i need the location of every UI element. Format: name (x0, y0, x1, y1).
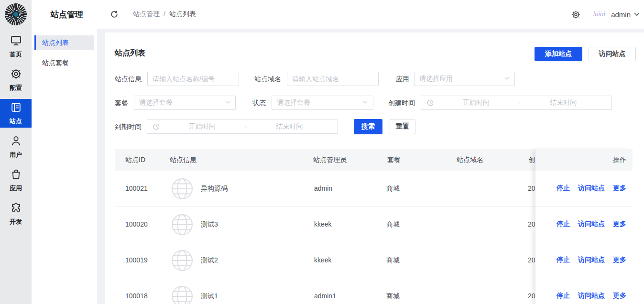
col-operation: 操作 (535, 149, 633, 171)
app-title: 站点管理 (51, 9, 83, 20)
row-actions: 停止 访问站点 更多 (535, 242, 633, 278)
created-end-placeholder[interactable]: 结束时间 (521, 98, 606, 107)
cell-created-clipped: 20 (528, 278, 535, 304)
globe-icon (171, 178, 193, 200)
expire-time-range[interactable]: 开始时间 - 结束时间 (147, 119, 338, 134)
cell-plan: 商城 (386, 206, 400, 242)
puzzle-icon (10, 202, 22, 215)
chevron-down-icon (225, 99, 230, 107)
cell-site-id: 100018 (125, 278, 148, 304)
more-link[interactable]: 更多 (613, 292, 626, 300)
site-table: 站点ID 站点信息 站点管理员 套餐 站点域名 创 100021 异构源码 ad… (115, 149, 633, 304)
row-actions: 停止 访问站点 更多 (535, 206, 633, 242)
brand-script-text: loioi (593, 11, 605, 18)
more-link[interactable]: 更多 (613, 256, 626, 264)
col-created-clipped: 创 (528, 149, 535, 171)
cell-site-name: 测试3 (201, 206, 218, 242)
sidebar-item-site[interactable]: 站点 (0, 99, 32, 128)
sidebar-item-label: 配置 (10, 84, 22, 92)
visit-site-link[interactable]: 访问站点 (578, 292, 605, 300)
clock-icon (427, 99, 434, 106)
sidebar-item-label: 开发 (10, 217, 22, 226)
status-select[interactable]: 请选择套餐 (272, 96, 373, 110)
fixed-operation-column: 操作 停止 访问站点 更多 停止 访问站点 更多 停止 访问站点 更多 (535, 149, 633, 304)
sidebar-item-label: 首页 (10, 50, 22, 59)
user-menu[interactable]: admin (611, 11, 631, 19)
col-site-domain: 站点域名 (457, 149, 483, 171)
chevron-down-icon (362, 99, 368, 107)
app-label: 应用 (396, 72, 409, 86)
created-time-label: 创建时间 (388, 96, 415, 110)
site-info-input[interactable] (148, 72, 239, 86)
site-domain-field[interactable] (287, 72, 379, 86)
stop-link[interactable]: 停止 (557, 184, 570, 193)
monitor-icon (10, 34, 22, 48)
col-site-id: 站点ID (125, 149, 145, 171)
site-domain-input[interactable] (287, 72, 378, 86)
expire-start-placeholder[interactable]: 开始时间 (160, 122, 245, 131)
visit-site-link[interactable]: 访问站点 (578, 256, 605, 264)
status-label: 状态 (252, 96, 266, 110)
cell-site-admin: kkeek (314, 206, 332, 242)
sidebar-item-home[interactable]: 首页 (0, 32, 32, 61)
site-list-card: 站点列表 添加站点 访问站点 站点信息 站点域名 应用 请选择应用 套餐 请选择… (105, 33, 644, 304)
sidebar-item-user[interactable]: 用户 (0, 132, 32, 161)
visit-site-link[interactable]: 访问站点 (578, 184, 605, 193)
created-start-placeholder[interactable]: 开始时间 (434, 98, 519, 107)
more-link[interactable]: 更多 (613, 220, 626, 228)
expire-end-placeholder[interactable]: 结束时间 (247, 122, 332, 131)
created-time-range[interactable]: 开始时间 - 结束时间 (421, 96, 612, 110)
cell-plan: 商城 (386, 242, 400, 278)
col-site-info: 站点信息 (170, 149, 196, 171)
app-select[interactable]: 请选择应用 (414, 72, 515, 86)
subnav-item-site-plan[interactable]: 站点套餐 (34, 55, 94, 70)
col-site-admin: 站点管理员 (313, 149, 347, 171)
primary-sidebar: 首页 配置 站点 用户 应用 开发 (0, 0, 32, 304)
sidebar-item-label: 站点 (10, 117, 22, 126)
site-info-field[interactable] (147, 72, 239, 86)
stop-link[interactable]: 停止 (557, 220, 570, 228)
reset-button[interactable]: 重置 (390, 119, 415, 134)
cell-created-clipped: 20 (528, 242, 535, 278)
secondary-sidebar: 站点列表 站点套餐 (32, 29, 97, 304)
status-select-placeholder: 请选择套餐 (277, 98, 310, 107)
subnav-item-site-list[interactable]: 站点列表 (34, 35, 94, 50)
visit-site-button[interactable]: 访问站点 (589, 47, 636, 61)
bag-icon (10, 168, 22, 182)
sidebar-item-dev[interactable]: 开发 (0, 199, 32, 228)
chevron-down-icon (504, 75, 510, 83)
sidebar-item-apps[interactable]: 应用 (0, 166, 32, 195)
cell-site-id: 100020 (125, 206, 148, 242)
refresh-icon[interactable] (110, 10, 119, 19)
add-site-button[interactable]: 添加站点 (535, 47, 582, 61)
brand-logo[interactable] (5, 3, 27, 25)
document-icon (10, 101, 22, 115)
stop-link[interactable]: 停止 (557, 292, 570, 300)
stop-link[interactable]: 停止 (557, 256, 570, 264)
more-link[interactable]: 更多 (613, 184, 626, 193)
row-actions: 停止 访问站点 更多 (535, 278, 633, 304)
cell-plan: 商城 (386, 278, 400, 304)
chevron-down-icon[interactable] (633, 11, 640, 18)
cell-created-clipped: 20 (528, 171, 535, 206)
settings-gear-icon[interactable] (571, 10, 580, 19)
breadcrumb: 站点管理/站点列表 (133, 10, 196, 19)
cell-site-name: 测试2 (201, 242, 218, 278)
col-plan: 套餐 (387, 149, 401, 171)
sidebar-item-label: 用户 (10, 151, 22, 159)
search-button[interactable]: 搜索 (354, 119, 382, 134)
breadcrumb-current: 站点列表 (169, 10, 196, 18)
breadcrumb-root[interactable]: 站点管理 (133, 10, 160, 18)
sidebar-item-label: 应用 (10, 184, 22, 193)
user-icon (10, 135, 22, 148)
plan-select[interactable]: 请选择套餐 (134, 96, 236, 110)
cell-site-admin: kkeek (314, 242, 332, 278)
gear-icon (10, 68, 22, 81)
page-title: 站点列表 (115, 48, 145, 58)
globe-icon (171, 285, 193, 304)
globe-icon (171, 250, 193, 271)
visit-site-link[interactable]: 访问站点 (578, 220, 605, 228)
sidebar-item-config[interactable]: 配置 (0, 65, 32, 94)
site-domain-label: 站点域名 (254, 72, 281, 86)
plan-select-placeholder: 请选择套餐 (139, 98, 173, 107)
